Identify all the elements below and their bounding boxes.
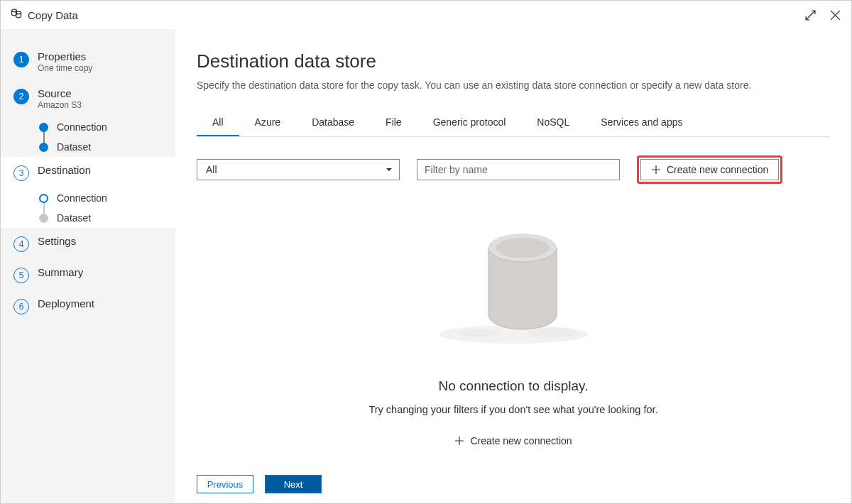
svg-point-4 (528, 328, 577, 338)
svg-point-0 (12, 9, 17, 12)
svg-point-3 (458, 329, 498, 337)
copy-data-icon (11, 8, 22, 22)
category-dropdown[interactable]: All (197, 159, 400, 180)
step-number: 2 (13, 89, 29, 104)
empty-create-label: Create new connection (470, 435, 572, 447)
chevron-down-icon (385, 165, 393, 174)
tab-file[interactable]: File (370, 111, 417, 136)
next-button[interactable]: Next (265, 475, 322, 493)
substep-dot (39, 214, 48, 223)
filter-input[interactable] (417, 159, 620, 180)
tab-all[interactable]: All (197, 111, 239, 136)
plus-icon (454, 436, 464, 446)
step-number: 1 (13, 52, 29, 67)
empty-create-connection-button[interactable]: Create new connection (447, 432, 579, 449)
database-illustration (435, 219, 591, 350)
step-properties[interactable]: 1 Properties One time copy (1, 43, 175, 80)
highlight-annotation: Create new connection (637, 155, 782, 184)
main-content: Destination data store Specify the desti… (175, 29, 851, 503)
step-number: 6 (13, 299, 29, 314)
substep-destination-connection[interactable]: Connection (39, 188, 175, 208)
tab-generic-protocol[interactable]: Generic protocol (417, 111, 522, 136)
substep-source-connection[interactable]: Connection (39, 117, 175, 137)
empty-state: No connection to display. Try changing y… (197, 212, 830, 461)
step-source[interactable]: 2 Source Amazon S3 (1, 80, 175, 117)
tab-nosql[interactable]: NoSQL (521, 111, 585, 136)
empty-state-subtitle: Try changing your filters if you don't s… (368, 404, 657, 415)
step-title: Settings (38, 235, 76, 247)
step-subtitle: One time copy (38, 63, 92, 73)
substep-label: Connection (57, 192, 107, 204)
step-subtitle: Amazon S3 (38, 100, 82, 110)
step-number: 3 (13, 165, 29, 181)
substep-dot (39, 143, 48, 152)
step-summary[interactable]: 5 Summary (1, 259, 175, 290)
page-title: Destination data store (197, 50, 830, 72)
step-title: Deployment (38, 297, 94, 309)
step-destination[interactable]: 3 Destination (1, 157, 175, 188)
substep-source-dataset[interactable]: Dataset (39, 137, 175, 157)
step-number: 5 (13, 268, 29, 283)
substep-dot (39, 194, 48, 203)
window-title: Copy Data (28, 9, 78, 21)
wizard-sidebar: 1 Properties One time copy 2 Source Amaz… (1, 29, 175, 503)
empty-state-title: No connection to display. (439, 378, 589, 394)
substep-destination-dataset[interactable]: Dataset (39, 208, 175, 228)
previous-button[interactable]: Previous (197, 475, 253, 493)
create-button-label: Create new connection (667, 164, 768, 175)
footer-buttons: Previous Next (197, 461, 830, 493)
page-description: Specify the destination data store for t… (197, 80, 830, 91)
plus-icon (651, 165, 661, 175)
category-tabs: All Azure Database File Generic protocol… (197, 111, 830, 137)
step-deployment[interactable]: 6 Deployment (1, 290, 175, 322)
step-title: Destination (38, 164, 91, 176)
tab-services-apps[interactable]: Services and apps (585, 111, 698, 136)
step-title: Properties (38, 50, 92, 62)
close-icon[interactable] (829, 9, 841, 21)
tab-azure[interactable]: Azure (239, 111, 297, 136)
expand-icon[interactable] (804, 9, 816, 21)
tab-database[interactable]: Database (296, 111, 370, 136)
substep-label: Connection (57, 121, 107, 133)
step-title: Summary (38, 266, 83, 278)
step-title: Source (38, 87, 82, 99)
create-new-connection-button[interactable]: Create new connection (640, 159, 779, 180)
svg-point-6 (496, 238, 550, 258)
step-settings[interactable]: 4 Settings (1, 228, 175, 259)
dropdown-value: All (206, 164, 217, 175)
substep-dot (39, 123, 48, 132)
substep-label: Dataset (57, 212, 91, 224)
step-number: 4 (13, 236, 29, 252)
title-bar: Copy Data (1, 1, 851, 29)
substep-label: Dataset (57, 141, 91, 153)
